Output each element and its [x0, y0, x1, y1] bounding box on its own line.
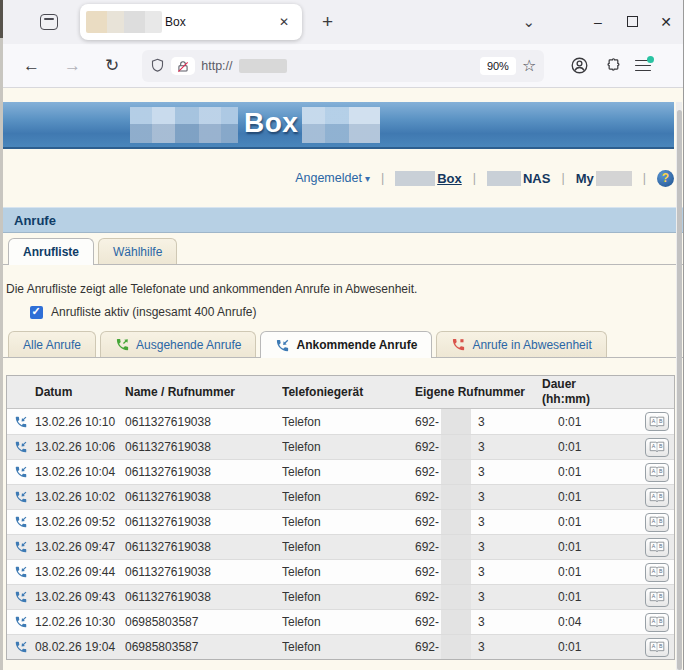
insecure-lock-pill[interactable] [171, 57, 195, 75]
account-icon[interactable] [570, 56, 589, 75]
call-table-row: 13.02.26 09:52 0611327619038 Telefon 692… [7, 509, 674, 534]
add-to-phonebook-button[interactable]: A B [645, 588, 669, 607]
missed-call-icon [451, 337, 466, 352]
page-zoom-badge[interactable]: 90% [480, 57, 516, 75]
incoming-call-icon [14, 540, 28, 554]
tab-anrufliste[interactable]: Anrufliste [8, 238, 94, 265]
close-window-button[interactable]: ✕ [649, 14, 683, 30]
chevron-down-icon: ▾ [365, 173, 370, 184]
add-to-phonebook-button[interactable]: A B [645, 463, 669, 482]
own-number: 692-3 [415, 635, 542, 659]
incoming-call-icon [14, 640, 28, 654]
logged-in-dropdown[interactable]: Angemeldet▾ [295, 171, 370, 185]
phonebook-icon: A B [649, 641, 665, 653]
call-list-active-checkbox[interactable] [30, 306, 43, 319]
add-to-phonebook-button[interactable]: A B [645, 438, 669, 457]
menu-notification-dot [647, 56, 654, 63]
own-number: 692-3 [415, 585, 542, 609]
call-date: 13.02.26 10:10 [35, 415, 125, 429]
phonebook-icon: A B [649, 441, 665, 453]
add-to-phonebook-button[interactable]: A B [645, 538, 669, 557]
caller-number: 0611327619038 [125, 490, 282, 504]
nav-separator: | [643, 171, 646, 185]
svg-text:B: B [659, 443, 663, 449]
vertical-scrollbar-thumb[interactable] [677, 110, 682, 670]
add-to-phonebook-button[interactable]: A B [645, 513, 669, 532]
add-to-phonebook-button[interactable]: A B [645, 412, 669, 431]
call-duration: 0:01 [542, 490, 641, 504]
call-date: 13.02.26 09:47 [35, 540, 125, 554]
call-duration: 0:01 [542, 590, 641, 604]
own-number-redacted [441, 409, 471, 434]
filter-tab-ankommende[interactable]: Ankommende Anrufe [260, 331, 432, 358]
call-table-row: 13.02.26 09:44 0611327619038 Telefon 692… [7, 559, 674, 584]
call-duration: 0:01 [542, 440, 641, 454]
reload-button[interactable]: ↻ [96, 55, 128, 76]
own-number-redacted [441, 460, 471, 484]
back-button[interactable]: ← [14, 56, 49, 76]
incoming-call-icon [14, 440, 28, 454]
call-table-row: 13.02.26 10:06 0611327619038 Telefon 692… [7, 434, 674, 459]
forward-button[interactable]: → [55, 56, 90, 76]
svg-text:A: A [652, 568, 656, 574]
phonebook-icon: A B [649, 491, 665, 503]
tab-waehlhilfe[interactable]: Wählhilfe [98, 238, 177, 264]
phonebook-icon: A B [649, 466, 665, 478]
incoming-call-icon [275, 338, 290, 353]
add-to-phonebook-button[interactable]: A B [645, 638, 669, 657]
call-list-active-row: Anrufliste aktiv (insgesamt 400 Anrufe) [30, 305, 683, 319]
nav-link-box[interactable]: Box [395, 171, 462, 186]
add-to-phonebook-button[interactable]: A B [645, 613, 669, 632]
own-number-redacted [441, 585, 471, 609]
own-number-redacted [441, 635, 471, 659]
call-table-row: 12.02.26 10:30 06985803587 Telefon 692-3… [7, 609, 674, 634]
svg-text:B: B [659, 643, 663, 649]
list-tabs-chevron-icon[interactable]: ⌄ [522, 17, 535, 27]
browser-toolbar: ← → ↻ http:// 90% ☆ [0, 44, 683, 88]
call-table: Datum Name / Rufnummer Telefoniegerät Ei… [6, 375, 675, 660]
browser-window: Box ✕ + ⌄ – ✕ ← → ↻ http:// 90% [0, 0, 684, 670]
help-icon[interactable]: ? [657, 170, 674, 187]
brand-banner: Box [0, 102, 674, 149]
new-tab-button[interactable]: + [314, 11, 341, 33]
vertical-scrollbar[interactable] [676, 102, 682, 670]
favicon-redacted [86, 11, 162, 33]
call-date: 13.02.26 10:04 [35, 465, 125, 479]
filter-tab-alle-anrufe[interactable]: Alle Anrufe [8, 331, 96, 357]
menu-hamburger-icon[interactable] [635, 60, 651, 72]
nav-redacted [395, 171, 435, 186]
nav-redacted [596, 171, 632, 186]
filter-tab-abwesenheit[interactable]: Anrufe in Abwesenheit [436, 331, 606, 357]
col-name-rufnummer: Name / Rufnummer [125, 385, 282, 399]
svg-text:A: A [652, 643, 656, 649]
svg-text:B: B [659, 568, 663, 574]
call-date: 13.02.26 10:06 [35, 440, 125, 454]
nav-link-nas[interactable]: NAS [487, 171, 550, 186]
telephony-device: Telefon [282, 515, 415, 529]
filter-tab-ausgehende[interactable]: Ausgehende Anrufe [100, 331, 256, 357]
svg-text:B: B [659, 418, 663, 424]
telephony-device: Telefon [282, 640, 415, 654]
telephony-device: Telefon [282, 540, 415, 554]
add-to-phonebook-button[interactable]: A B [645, 488, 669, 507]
incoming-call-icon [14, 465, 28, 479]
outgoing-call-icon [115, 337, 130, 352]
maximize-button[interactable] [615, 14, 649, 30]
firefox-view-icon[interactable] [40, 14, 58, 30]
own-number-redacted [441, 435, 471, 459]
bookmark-star-icon[interactable]: ☆ [522, 56, 536, 75]
call-duration: 0:01 [542, 565, 641, 579]
browser-tab[interactable]: Box ✕ [80, 4, 302, 40]
call-table-row: 13.02.26 10:10 0611327619038 Telefon 692… [7, 409, 674, 434]
svg-text:A: A [652, 443, 656, 449]
add-to-phonebook-button[interactable]: A B [645, 563, 669, 582]
url-bar[interactable]: http:// 90% ☆ [142, 50, 544, 82]
svg-text:A: A [652, 618, 656, 624]
nav-link-my[interactable]: My [576, 171, 632, 186]
telephony-device: Telefon [282, 440, 415, 454]
telephony-device: Telefon [282, 415, 415, 429]
minimize-button[interactable]: – [581, 14, 615, 30]
extensions-puzzle-icon[interactable] [603, 57, 621, 75]
tab-close-icon[interactable]: ✕ [274, 13, 294, 31]
shield-icon[interactable] [150, 58, 165, 73]
